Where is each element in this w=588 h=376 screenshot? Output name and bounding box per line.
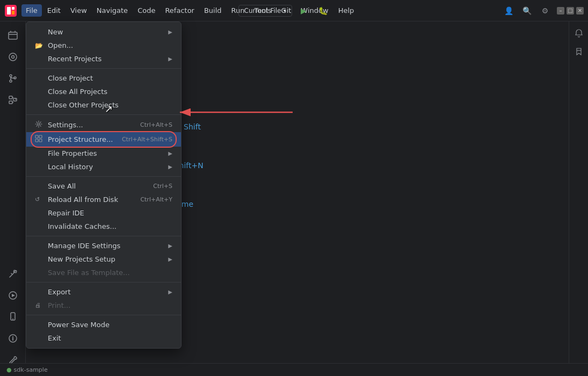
account-icon[interactable]: 👤 — [501, 3, 516, 18]
titlebar: File Edit View Navigate Code Refactor Bu… — [0, 0, 588, 21]
recent-arrow: ▶ — [168, 56, 172, 62]
svg-rect-3 — [12, 11, 14, 15]
manage-ide-arrow: ▶ — [168, 243, 172, 249]
menu-item-save-template[interactable]: Save File as Template... — [26, 266, 181, 279]
menu-item-local-history[interactable]: Local History ▶ — [26, 160, 181, 173]
export-label: Export — [48, 288, 168, 296]
sidebar-item-project[interactable] — [3, 26, 23, 45]
menu-item-invalidate[interactable]: Invalidate Caches... — [26, 220, 181, 233]
menu-build[interactable]: Build — [200, 4, 226, 17]
menu-refactor[interactable]: Refactor — [161, 4, 199, 17]
menu-code[interactable]: Code — [133, 4, 159, 17]
menu-item-reload[interactable]: ↺ Reload All from Disk Ctrl+Alt+Y — [26, 193, 181, 206]
svg-rect-12 — [13, 98, 17, 101]
titlebar-center: Current File ▾ ▶ 🐛 ⋯ — [238, 3, 350, 18]
separator-1 — [26, 68, 181, 69]
svg-rect-2 — [12, 7, 14, 10]
power-save-label: Power Save Mode — [48, 321, 172, 329]
sidebar: i — [0, 21, 26, 376]
new-projects-arrow: ▶ — [168, 256, 172, 262]
settings-gear-icon[interactable]: ⚙ — [538, 3, 553, 18]
project-structure-shortcut: Ctrl+Alt+Shift+S — [122, 136, 172, 143]
menu-item-project-structure[interactable]: Project Structure... Ctrl+Alt+Shift+S — [26, 132, 181, 147]
svg-rect-24 — [39, 139, 42, 142]
close-other-label: Close Other Projects — [48, 101, 172, 109]
menu-item-settings[interactable]: Settings... Ctrl+Alt+S — [26, 118, 181, 132]
invalidate-label: Invalidate Caches... — [48, 222, 172, 230]
sidebar-item-device[interactable] — [3, 307, 23, 327]
menu-item-save-all[interactable]: Save All Ctrl+S — [26, 179, 181, 193]
maximize-button[interactable]: □ — [567, 7, 574, 15]
sidebar-item-vcs[interactable] — [3, 47, 23, 67]
menu-item-export[interactable]: Export ▶ — [26, 285, 181, 299]
svg-point-8 — [10, 80, 12, 82]
menu-item-print[interactable]: 🖨 Print... — [26, 299, 181, 312]
menu-item-new-projects-setup[interactable]: New Projects Setup ▶ — [26, 252, 181, 266]
repair-label: Repair IDE — [48, 209, 172, 217]
sidebar-item-play[interactable] — [3, 286, 23, 305]
separator-6 — [26, 315, 181, 315]
right-sidebar — [569, 21, 588, 376]
sidebar-item-git[interactable] — [3, 69, 23, 88]
close-label: Close Project — [48, 74, 172, 82]
debug-button[interactable]: 🐛 — [316, 3, 331, 18]
separator-3 — [26, 176, 181, 177]
menu-item-exit[interactable]: Exit — [26, 331, 181, 345]
svg-point-20 — [38, 123, 40, 125]
svg-rect-1 — [7, 7, 11, 15]
minimize-button[interactable]: – — [557, 7, 564, 15]
menu-item-repair-ide[interactable]: Repair IDE — [26, 206, 181, 220]
local-history-arrow: ▶ — [168, 164, 172, 170]
new-arrow: ▶ — [168, 29, 172, 35]
notifications-icon[interactable] — [571, 26, 586, 41]
bookmarks-icon[interactable] — [571, 44, 586, 59]
template-label: Save File as Template... — [48, 269, 172, 277]
more-actions-button[interactable]: ⋯ — [335, 3, 350, 18]
print-icon: 🖨 — [35, 302, 45, 309]
separator-4 — [26, 236, 181, 236]
circle-icon: ● — [6, 366, 12, 373]
separator-2 — [26, 114, 181, 115]
reload-label: Reload All from Disk — [48, 196, 132, 204]
close-all-label: Close All Projects — [48, 88, 172, 96]
exit-label: Exit — [48, 334, 172, 342]
menu-item-close-all[interactable]: Close All Projects — [26, 85, 181, 98]
svg-text:i: i — [12, 336, 13, 342]
svg-rect-11 — [9, 101, 12, 104]
project-name[interactable]: sdk-sample — [14, 366, 48, 373]
sidebar-item-hammer[interactable] — [3, 264, 23, 284]
print-label: Print... — [48, 301, 172, 309]
menu-item-close-other[interactable]: Close Other Projects — [26, 98, 181, 112]
export-arrow: ▶ — [168, 289, 172, 295]
titlebar-actions: 👤 🔍 ⚙ — [501, 3, 553, 18]
new-label: New — [48, 28, 168, 36]
current-file-button[interactable]: Current File ▾ — [238, 5, 292, 17]
svg-rect-4 — [9, 32, 17, 39]
search-everywhere-icon[interactable]: 🔍 — [519, 3, 534, 18]
open-icon: 📂 — [35, 42, 45, 49]
app-logo — [4, 4, 17, 17]
menu-item-manage-ide[interactable]: Manage IDE Settings ▶ — [26, 239, 181, 252]
window-controls: – □ ✕ — [557, 7, 584, 15]
settings-icon — [35, 120, 45, 129]
menu-item-power-save[interactable]: Power Save Mode — [26, 318, 181, 331]
menu-item-open[interactable]: 📂 Open... — [26, 39, 181, 52]
svg-rect-21 — [35, 135, 38, 138]
settings-shortcut: Ctrl+Alt+S — [140, 121, 172, 128]
recent-label: Recent Projects — [48, 55, 168, 63]
current-file-label: Current File — [244, 7, 281, 15]
sidebar-item-info[interactable]: i — [3, 329, 23, 348]
menu-item-new[interactable]: New ▶ — [26, 25, 181, 39]
menu-view[interactable]: View — [66, 4, 91, 17]
file-props-label: File Properties — [48, 149, 168, 157]
sidebar-item-branches[interactable] — [3, 90, 23, 110]
menu-navigate[interactable]: Navigate — [92, 4, 132, 17]
menu-item-file-properties[interactable]: File Properties ▶ — [26, 147, 181, 160]
menu-item-close[interactable]: Close Project — [26, 71, 181, 85]
menu-edit[interactable]: Edit — [43, 4, 65, 17]
menu-file[interactable]: File — [21, 4, 42, 17]
close-button[interactable]: ✕ — [576, 7, 584, 15]
run-button[interactable]: ▶ — [296, 3, 311, 18]
svg-rect-23 — [35, 139, 38, 142]
menu-item-recent[interactable]: Recent Projects ▶ — [26, 52, 181, 66]
